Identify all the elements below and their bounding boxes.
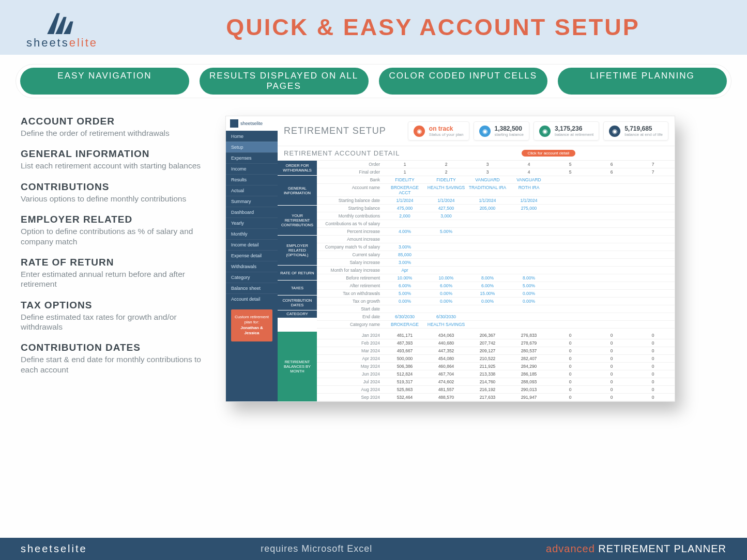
- cell[interactable]: [632, 267, 674, 274]
- cell[interactable]: ROTH IRA: [508, 184, 550, 196]
- cell[interactable]: 6: [591, 168, 632, 176]
- cell[interactable]: [550, 243, 591, 251]
- cell[interactable]: [591, 274, 632, 282]
- cell[interactable]: [467, 267, 508, 274]
- nav-home[interactable]: Home: [226, 131, 278, 142]
- cell[interactable]: [632, 259, 674, 266]
- cell[interactable]: [425, 259, 467, 266]
- cell[interactable]: [591, 267, 632, 274]
- cell[interactable]: FIDELITY: [425, 176, 467, 183]
- cell[interactable]: 5: [550, 168, 591, 176]
- nav-balance-sheet[interactable]: Balance sheet: [226, 283, 278, 293]
- cell[interactable]: [467, 236, 508, 243]
- cell[interactable]: [550, 220, 591, 227]
- cell[interactable]: Apr: [384, 267, 425, 274]
- cell[interactable]: [425, 305, 467, 313]
- cell[interactable]: [384, 236, 425, 243]
- nav-expense-detail[interactable]: Expense detail: [226, 250, 278, 261]
- cell[interactable]: 0.00%: [508, 298, 550, 305]
- cell[interactable]: [467, 243, 508, 251]
- cell[interactable]: [550, 251, 591, 258]
- cell[interactable]: [508, 220, 550, 227]
- cell[interactable]: 6.00%: [384, 282, 425, 289]
- cell[interactable]: [591, 205, 632, 212]
- nav-income-detail[interactable]: Income detail: [226, 239, 278, 250]
- nav-actual[interactable]: Actual: [226, 185, 278, 196]
- cell[interactable]: [508, 267, 550, 274]
- cell[interactable]: [467, 212, 508, 220]
- cell[interactable]: [591, 298, 632, 305]
- cell[interactable]: [550, 321, 591, 328]
- cell[interactable]: 0.00%: [425, 290, 467, 297]
- cell[interactable]: [591, 290, 632, 297]
- cell[interactable]: 7: [632, 161, 674, 168]
- cell[interactable]: 1: [384, 168, 425, 176]
- cell[interactable]: [591, 212, 632, 220]
- cell[interactable]: [550, 184, 591, 196]
- cell[interactable]: [467, 305, 508, 313]
- cell[interactable]: [425, 236, 467, 243]
- cell[interactable]: [632, 220, 674, 227]
- cell[interactable]: [550, 205, 591, 212]
- cell[interactable]: 2: [425, 161, 467, 168]
- cell[interactable]: 0.00%: [384, 298, 425, 305]
- cell[interactable]: 2: [425, 168, 467, 176]
- cell[interactable]: [467, 228, 508, 235]
- cell[interactable]: BROKERAGE ACCT: [384, 184, 425, 196]
- cell[interactable]: 1/1/2024: [508, 197, 550, 204]
- cell[interactable]: [591, 259, 632, 266]
- cell[interactable]: [550, 305, 591, 313]
- cell[interactable]: [425, 220, 467, 227]
- cell[interactable]: BROKERAGE: [384, 321, 425, 328]
- cell[interactable]: [632, 243, 674, 251]
- cell[interactable]: [508, 251, 550, 258]
- cell[interactable]: 15.00%: [467, 290, 508, 297]
- nav-summary[interactable]: Summary: [226, 196, 278, 207]
- nav-monthly[interactable]: Monthly: [226, 228, 278, 239]
- nav-income[interactable]: Income: [226, 163, 278, 174]
- cell[interactable]: 3.00%: [384, 259, 425, 266]
- cell[interactable]: 3.00%: [384, 243, 425, 251]
- cell[interactable]: [508, 259, 550, 266]
- cell[interactable]: 205,000: [467, 205, 508, 212]
- cell[interactable]: 5.00%: [384, 290, 425, 297]
- cell[interactable]: 427,500: [425, 205, 467, 212]
- cell[interactable]: [467, 313, 508, 320]
- cell[interactable]: [508, 236, 550, 243]
- cell[interactable]: [550, 176, 591, 183]
- cell[interactable]: [632, 313, 674, 320]
- cell[interactable]: [632, 282, 674, 289]
- cell[interactable]: [508, 321, 550, 328]
- nav-withdrawals[interactable]: Withdrawals: [226, 261, 278, 272]
- cell[interactable]: [467, 321, 508, 328]
- cell[interactable]: 6: [591, 161, 632, 168]
- cell[interactable]: [632, 197, 674, 204]
- cell[interactable]: [425, 251, 467, 258]
- nav-results[interactable]: Results: [226, 174, 278, 185]
- cell[interactable]: [550, 274, 591, 282]
- cell[interactable]: 275,000: [508, 205, 550, 212]
- cell[interactable]: 475,000: [384, 205, 425, 212]
- nav-account-detail[interactable]: Account detail: [226, 293, 278, 304]
- cell[interactable]: 8.00%: [467, 274, 508, 282]
- cell[interactable]: [550, 290, 591, 297]
- cell[interactable]: 1/1/2024: [425, 197, 467, 204]
- cell[interactable]: VANGUARD: [508, 176, 550, 183]
- cell[interactable]: [632, 298, 674, 305]
- cell[interactable]: [508, 305, 550, 313]
- cell[interactable]: [425, 243, 467, 251]
- cell[interactable]: [591, 243, 632, 251]
- cell[interactable]: [591, 305, 632, 313]
- cell[interactable]: [591, 321, 632, 328]
- cell[interactable]: [550, 259, 591, 266]
- nav-yearly[interactable]: Yearly: [226, 217, 278, 228]
- cell[interactable]: [632, 274, 674, 282]
- cell[interactable]: [508, 313, 550, 320]
- cell[interactable]: [550, 282, 591, 289]
- cell[interactable]: [632, 305, 674, 313]
- cell[interactable]: 6/30/2030: [425, 313, 467, 320]
- cell[interactable]: [591, 197, 632, 204]
- section-badge[interactable]: Click for account detail: [522, 150, 575, 157]
- cell[interactable]: [591, 313, 632, 320]
- cell[interactable]: 10.00%: [384, 274, 425, 282]
